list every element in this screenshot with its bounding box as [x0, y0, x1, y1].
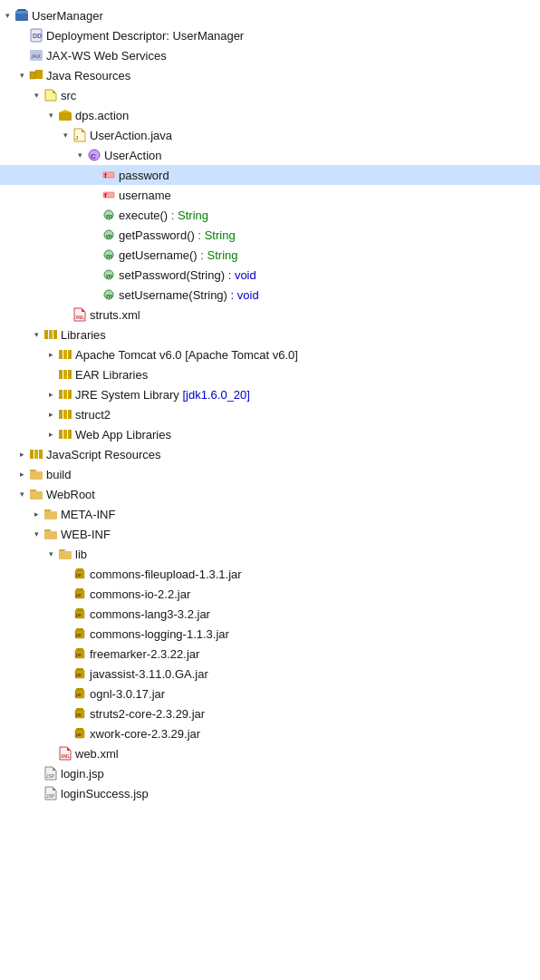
tree-item-useraction-class[interactable]: CUserAction: [0, 145, 540, 165]
svg-text:C: C: [91, 152, 96, 160]
tree-item-apache-tomcat[interactable]: Apache Tomcat v6.0 [Apache Tomcat v6.0]: [0, 344, 540, 364]
svg-text:JSP: JSP: [46, 793, 55, 799]
field-private-icon: f: [101, 168, 116, 182]
tree-item-meta-inf[interactable]: META-INF: [0, 504, 540, 524]
tree-arrow[interactable]: [14, 487, 29, 501]
tree-item-webroot[interactable]: WebRoot: [0, 484, 540, 504]
jar-icon: jar: [72, 646, 87, 661]
tree-item-ear-libraries[interactable]: EAR Libraries: [0, 364, 540, 384]
svg-rect-72: [76, 588, 83, 591]
tree-item-method-setpassword[interactable]: msetPassword(String) : void: [0, 265, 540, 285]
tree-item-loginsuccess-jsp[interactable]: JSPloginSuccess.jsp: [0, 783, 540, 803]
tree-arrow[interactable]: [43, 108, 58, 122]
svg-rect-50: [63, 410, 67, 419]
tree-arrow[interactable]: [29, 88, 43, 102]
tree-arrow[interactable]: [43, 427, 58, 441]
svg-rect-64: [44, 531, 57, 539]
svg-text:jar: jar: [75, 592, 82, 597]
tree-item-label: UserAction.java: [90, 129, 172, 142]
svg-rect-37: [44, 330, 48, 339]
svg-rect-1: [15, 11, 28, 14]
tree-item-label: lib: [75, 548, 87, 561]
tree-item-method-execute[interactable]: mexecute() : String: [0, 205, 540, 225]
tree-arrow[interactable]: [43, 387, 58, 402]
jar-icon: jar: [72, 606, 87, 621]
svg-rect-53: [63, 430, 67, 439]
tree-item-login-jsp[interactable]: JSPlogin.jsp: [0, 763, 540, 783]
folder-icon: [29, 467, 43, 481]
tree-item-lib[interactable]: lib: [0, 544, 540, 564]
tree-item-label: setUsername(String) : void: [119, 288, 259, 302]
svg-rect-75: [76, 608, 83, 611]
tree-arrow[interactable]: [43, 547, 58, 561]
tree-arrow[interactable]: [0, 8, 14, 23]
jsp-icon: JSP: [43, 766, 58, 781]
tree-item-jar-commons-fileupload[interactable]: jarcommons-fileupload-1.3.1.jar: [0, 564, 540, 584]
tree-item-label: xwork-core-2.3.29.jar: [90, 727, 200, 741]
tree-arrow[interactable]: [14, 68, 29, 82]
svg-rect-90: [76, 708, 83, 711]
tree-arrow[interactable]: [43, 407, 58, 422]
tree-arrow[interactable]: [43, 347, 58, 362]
tree-item-label: struts.xml: [90, 308, 140, 322]
tree-item-jar-struts2-core[interactable]: jarstruts2-core-2.3.29.jar: [0, 703, 540, 723]
tree-item-useraction-java[interactable]: JUserAction.java: [0, 125, 540, 145]
tree-item-jar-ognl[interactable]: jarognl-3.0.17.jar: [0, 684, 540, 703]
tree-item-usermanager[interactable]: UserManager: [0, 5, 540, 25]
tree-item-label: dps.action: [75, 109, 129, 122]
tree-item-jar-javassist[interactable]: jarjavassist-3.11.0.GA.jar: [0, 664, 540, 684]
svg-text:f: f: [104, 171, 107, 180]
tree-item-label: login.jsp: [61, 767, 104, 781]
tree-arrow[interactable]: [14, 447, 29, 461]
tree-item-jre-system[interactable]: JRE System Library [jdk1.6.0_20]: [0, 384, 540, 404]
svg-rect-87: [76, 688, 83, 691]
svg-marker-61: [30, 490, 37, 491]
library-icon: [58, 427, 72, 441]
svg-marker-63: [44, 509, 52, 511]
tree-item-deployment-descriptor[interactable]: DDDeployment Descriptor: UserManager: [0, 25, 540, 45]
tree-item-js-resources[interactable]: JavaScript Resources: [0, 444, 540, 464]
tree-item-dps-action[interactable]: dps.action: [0, 105, 540, 125]
tree-item-jar-commons-logging[interactable]: jarcommons-logging-1.1.3.jar: [0, 624, 540, 644]
tree-arrow[interactable]: [58, 128, 72, 142]
svg-text:m: m: [106, 252, 112, 260]
svg-rect-57: [39, 450, 43, 459]
library-icon: [29, 447, 43, 461]
tree-arrow[interactable]: [29, 507, 43, 521]
svg-rect-48: [68, 390, 72, 399]
tree-item-jar-freemarker[interactable]: jarfreemarker-2.3.22.jar: [0, 644, 540, 664]
tree-item-build[interactable]: build: [0, 464, 540, 484]
tree-item-label: Libraries: [61, 328, 106, 342]
tree-item-method-setusername[interactable]: msetUsername(String) : void: [0, 285, 540, 305]
tree-arrow[interactable]: [29, 327, 43, 342]
tree-item-method-getpassword[interactable]: mgetPassword() : String: [0, 225, 540, 245]
svg-text:jar: jar: [75, 612, 82, 617]
library-icon: [58, 407, 72, 422]
tree-arrow[interactable]: [72, 148, 87, 162]
svg-rect-58: [30, 471, 43, 480]
tree-item-web-inf[interactable]: WEB-INF: [0, 524, 540, 544]
tree-item-jar-xwork-core[interactable]: jarxwork-core-2.3.29.jar: [0, 723, 540, 743]
tree-item-method-getusername[interactable]: mgetUsername() : String: [0, 245, 540, 265]
tree-item-field-password[interactable]: fpassword: [0, 165, 540, 185]
tree-item-src[interactable]: src: [0, 85, 540, 105]
tree-item-libraries[interactable]: Libraries: [0, 325, 540, 344]
tree-item-label: Deployment Descriptor: UserManager: [46, 29, 244, 43]
javares-icon: [29, 68, 43, 82]
tree-item-jar-commons-io[interactable]: jarcommons-io-2.2.jar: [0, 584, 540, 604]
tree-arrow[interactable]: [14, 467, 29, 481]
tree-item-label: JavaScript Resources: [46, 448, 160, 461]
tree-arrow[interactable]: [29, 527, 43, 541]
svg-rect-54: [68, 430, 72, 439]
svg-text:jar: jar: [75, 712, 82, 717]
tree-item-jar-commons-lang3[interactable]: jarcommons-lang3-3.2.jar: [0, 604, 540, 624]
tree-item-web-xml[interactable]: XMLweb.xml: [0, 743, 540, 763]
tree-item-struts-xml[interactable]: XMLstruts.xml: [0, 305, 540, 325]
tree-item-jax-ws[interactable]: JAXJAX-WS Web Services: [0, 45, 540, 65]
svg-rect-46: [59, 390, 63, 399]
tree-item-java-resources[interactable]: Java Resources: [0, 65, 540, 85]
tree-item-label: javassist-3.11.0.GA.jar: [90, 667, 208, 681]
tree-item-struct2[interactable]: struct2: [0, 404, 540, 424]
tree-item-field-username[interactable]: fusername: [0, 185, 540, 205]
tree-item-webapp-libraries[interactable]: Web App Libraries: [0, 424, 540, 444]
